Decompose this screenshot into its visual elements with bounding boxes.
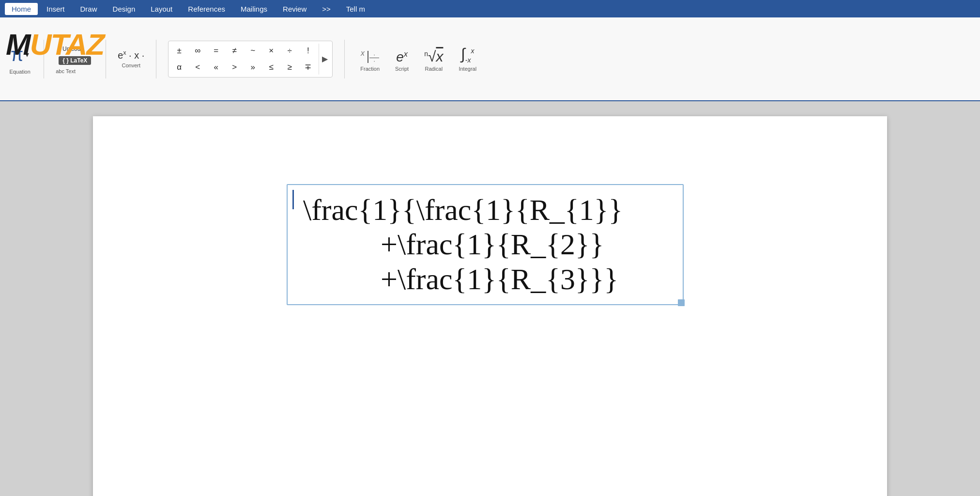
mutaz-rest: UTAZ xyxy=(30,27,104,62)
sym-alpha[interactable]: α xyxy=(170,60,188,75)
sym-dgt[interactable]: » xyxy=(244,60,261,75)
radical-button[interactable]: n√x Radical xyxy=(420,47,447,74)
menu-home[interactable]: Home xyxy=(5,3,38,15)
divider-4 xyxy=(344,40,345,78)
sym-divide[interactable]: ÷ xyxy=(281,43,298,59)
document-area: \frac{1}{\frac{1}{R_{1}} +\frac{1}{R_{2}… xyxy=(0,102,980,496)
divider-3 xyxy=(156,40,156,78)
sym-infinity[interactable]: ∞ xyxy=(189,43,206,59)
mutaz-logo: M UTAZ xyxy=(6,27,104,62)
sym-leq[interactable]: ≤ xyxy=(262,60,280,75)
menu-bar: Home Insert Draw Design Layout Reference… xyxy=(0,0,980,17)
menu-references[interactable]: References xyxy=(181,3,232,15)
radical-icon: n√x xyxy=(424,49,443,64)
menu-tell[interactable]: Tell m xyxy=(339,3,372,15)
integral-label: Integral xyxy=(459,66,476,72)
equation-label: Equation xyxy=(9,69,30,75)
menu-review[interactable]: Review xyxy=(276,3,313,15)
menu-insert[interactable]: Insert xyxy=(40,3,72,15)
menu-design[interactable]: Design xyxy=(106,3,142,15)
script-label: Script xyxy=(395,66,409,72)
fraction-button[interactable]: x · · Fraction xyxy=(356,47,383,74)
sym-tilde[interactable]: ~ xyxy=(244,43,261,59)
document-page: \frac{1}{\frac{1}{R_{1}} +\frac{1}{R_{2}… xyxy=(93,116,887,496)
equation-resize-handle[interactable] xyxy=(678,299,685,306)
menu-layout[interactable]: Layout xyxy=(144,3,179,15)
sym-gt[interactable]: > xyxy=(226,60,243,75)
menu-draw[interactable]: Draw xyxy=(74,3,104,15)
sym-dlt[interactable]: « xyxy=(207,60,225,75)
sym-minusplus[interactable]: ∓ xyxy=(299,60,317,75)
sym-exclaim[interactable]: ! xyxy=(299,43,317,59)
equation-cursor xyxy=(292,190,294,209)
radical-label: Radical xyxy=(425,66,443,72)
fraction-label: Fraction xyxy=(360,66,380,72)
sym-lt[interactable]: < xyxy=(189,60,206,75)
sym-times[interactable]: × xyxy=(262,43,280,59)
convert-expr: ex · x · xyxy=(118,49,144,61)
symbol-more-button[interactable]: ▶ xyxy=(319,44,330,75)
sym-notequal[interactable]: ≠ xyxy=(226,43,243,59)
integral-icon: ∫-xx xyxy=(461,46,474,63)
math-functions-group: x · · Fraction ex xyxy=(356,44,480,73)
equation-line-2: +\frac{1}{R_{2}} xyxy=(381,227,671,262)
divider-2 xyxy=(106,40,106,78)
convert-label: Convert xyxy=(122,62,141,68)
script-icon: ex xyxy=(396,50,408,63)
ribbon: Home Insert Draw Design Layout Reference… xyxy=(0,0,980,102)
symbol-grid-container: ± ∞ = ≠ ~ × ÷ ! α < « > » ≤ ≥ ∓ ▶ xyxy=(168,41,333,78)
ribbon-body: π ▾ Equation / Unicode { } LaTeX abc Tex… xyxy=(0,17,980,101)
menu-more[interactable]: >> xyxy=(315,3,337,15)
mutaz-m: M xyxy=(6,27,30,62)
sym-equals[interactable]: = xyxy=(207,43,225,59)
sym-geq[interactable]: ≥ xyxy=(281,60,298,75)
convert-group: ex · x · Convert xyxy=(118,49,144,69)
abc-text-label: abc Text xyxy=(56,68,94,74)
equation-box[interactable]: \frac{1}{\frac{1}{R_{1}} +\frac{1}{R_{2}… xyxy=(287,184,684,305)
symbol-grid: ± ∞ = ≠ ~ × ÷ ! α < « > » ≤ ≥ ∓ xyxy=(170,43,317,75)
equation-line-1: \frac{1}{\frac{1}{R_{1}} xyxy=(303,193,671,227)
script-button[interactable]: ex Script xyxy=(391,48,413,73)
integral-button[interactable]: ∫-xx Integral xyxy=(455,44,480,73)
sym-plusminus[interactable]: ± xyxy=(170,43,188,59)
fraction-icon: x · · xyxy=(361,49,379,64)
menu-mailings[interactable]: Mailings xyxy=(234,3,274,15)
equation-line-3: +\frac{1}{R_{3}}} xyxy=(381,262,671,296)
